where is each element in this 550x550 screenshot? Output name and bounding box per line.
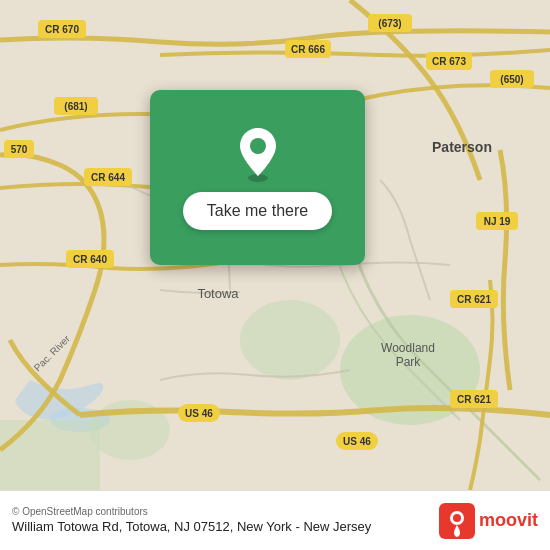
svg-text:(650): (650): [500, 74, 523, 85]
footer-info: © OpenStreetMap contributors William Tot…: [12, 506, 371, 536]
svg-text:Paterson: Paterson: [432, 139, 492, 155]
moovit-text: moovit: [479, 510, 538, 531]
svg-point-40: [250, 138, 266, 154]
svg-text:CR 640: CR 640: [73, 254, 107, 265]
take-me-there-button[interactable]: Take me there: [183, 192, 332, 230]
svg-text:US 46: US 46: [185, 408, 213, 419]
footer-bar: © OpenStreetMap contributors William Tot…: [0, 490, 550, 550]
svg-text:Totowa: Totowa: [197, 286, 239, 301]
svg-text:NJ 19: NJ 19: [484, 216, 511, 227]
svg-text:570: 570: [11, 144, 28, 155]
svg-text:CR 666: CR 666: [291, 44, 325, 55]
map-container: CR 670 (673) CR 673 (650) (681) CR 666 5…: [0, 0, 550, 490]
svg-text:Park: Park: [396, 355, 422, 369]
osm-credit: © OpenStreetMap contributors: [12, 506, 371, 517]
svg-text:CR 673: CR 673: [432, 56, 466, 67]
location-card: Take me there: [150, 90, 365, 265]
svg-rect-4: [0, 420, 100, 490]
svg-text:CR 621: CR 621: [457, 394, 491, 405]
address-text: William Totowa Rd, Totowa, NJ 07512, New…: [12, 519, 371, 536]
svg-text:CR 644: CR 644: [91, 172, 125, 183]
svg-text:(673): (673): [378, 18, 401, 29]
svg-text:CR 621: CR 621: [457, 294, 491, 305]
location-pin-icon: [234, 126, 282, 182]
moovit-icon: [439, 503, 475, 539]
svg-point-3: [240, 300, 340, 380]
svg-text:CR 670: CR 670: [45, 24, 79, 35]
svg-text:(681): (681): [64, 101, 87, 112]
moovit-logo: moovit: [439, 503, 538, 539]
svg-text:Woodland: Woodland: [381, 341, 435, 355]
svg-point-43: [453, 514, 461, 522]
svg-text:US 46: US 46: [343, 436, 371, 447]
